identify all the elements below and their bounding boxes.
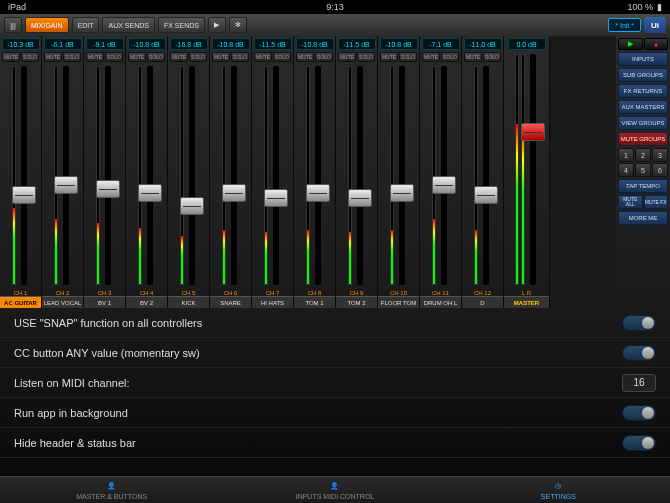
aux-sends-button[interactable]: AUX SENDS xyxy=(102,17,154,33)
fader-track[interactable] xyxy=(21,66,27,285)
fader-track[interactable] xyxy=(315,66,321,285)
group-num-3[interactable]: 3 xyxy=(652,148,668,162)
fader-track[interactable] xyxy=(441,66,447,285)
fader-knob[interactable] xyxy=(521,123,545,141)
tab-settings[interactable]: ◷ SETTINGS xyxy=(447,477,670,503)
sidebar-view-groups[interactable]: VIEW GROUPS xyxy=(618,116,668,130)
mute-button[interactable]: MUTE xyxy=(128,52,146,62)
fader-track[interactable] xyxy=(147,66,153,285)
fader-knob[interactable] xyxy=(474,186,498,204)
solo-button[interactable]: SOLO xyxy=(105,52,123,62)
fader-track[interactable] xyxy=(231,66,237,285)
settings-gear-button[interactable]: ✻ xyxy=(229,17,247,33)
transport-record[interactable]: ● xyxy=(644,38,669,50)
group-num-6[interactable]: 6 xyxy=(652,163,668,177)
solo-button[interactable]: SOLO xyxy=(189,52,207,62)
mix-gain-button[interactable]: MIX/GAIN xyxy=(25,17,69,33)
sidebar-sub-groups[interactable]: SUB GROUPS xyxy=(618,68,668,82)
solo-button[interactable]: SOLO xyxy=(63,52,81,62)
sidebar-aux-masters[interactable]: AUX MASTERS xyxy=(618,100,668,114)
fader-knob[interactable] xyxy=(180,197,204,215)
channel-label[interactable]: FLOOR TOM xyxy=(378,296,419,308)
toggle-switch[interactable] xyxy=(622,435,656,451)
preset-display[interactable]: * Init * xyxy=(608,18,641,32)
channel-label[interactable]: LEAD VOCAL xyxy=(42,296,83,308)
mute-button[interactable]: MUTE xyxy=(44,52,62,62)
mute-button[interactable]: MUTE xyxy=(86,52,104,62)
mute-button[interactable]: MUTE xyxy=(170,52,188,62)
fader-knob[interactable] xyxy=(96,180,120,198)
channel-label[interactable]: BV 2 xyxy=(126,296,167,308)
play-button[interactable]: ▶ xyxy=(208,17,226,33)
mute-fx-button[interactable]: MUTE FX xyxy=(644,195,669,209)
channel-label[interactable]: DRUM OH L xyxy=(420,296,461,308)
solo-button[interactable]: SOLO xyxy=(441,52,459,62)
solo-button[interactable]: SOLO xyxy=(483,52,501,62)
group-num-1[interactable]: 1 xyxy=(618,148,634,162)
mute-button[interactable]: MUTE xyxy=(254,52,272,62)
mute-button[interactable]: MUTE xyxy=(338,52,356,62)
fader-track[interactable] xyxy=(357,66,363,285)
person-icon: 👤 xyxy=(329,480,341,492)
toggle-switch[interactable] xyxy=(622,315,656,331)
channel-label[interactable]: HI HATS xyxy=(252,296,293,308)
toggle-switch[interactable] xyxy=(622,345,656,361)
db-display: -7.1 dB xyxy=(422,38,460,50)
fader-track[interactable] xyxy=(530,54,536,285)
channel-label[interactable]: AC GUITAR xyxy=(0,296,41,308)
channel-label[interactable]: TOM 1 xyxy=(294,296,335,308)
fader-track[interactable] xyxy=(273,66,279,285)
mute-button[interactable]: MUTE xyxy=(2,52,20,62)
solo-button[interactable]: SOLO xyxy=(315,52,333,62)
fader-knob[interactable] xyxy=(222,184,246,202)
transport-play[interactable]: ▶ xyxy=(618,38,643,50)
fader-track[interactable] xyxy=(483,66,489,285)
channel-label[interactable]: KICK xyxy=(168,296,209,308)
group-num-2[interactable]: 2 xyxy=(635,148,651,162)
mute-button[interactable]: MUTE xyxy=(296,52,314,62)
solo-button[interactable]: SOLO xyxy=(273,52,291,62)
fader-knob[interactable] xyxy=(348,189,372,207)
channel-label[interactable]: D xyxy=(462,296,503,308)
fader-knob[interactable] xyxy=(264,189,288,207)
sidebar-tap-tempo[interactable]: TAP TEMPO xyxy=(618,179,668,193)
channel-label[interactable]: TOM 2 xyxy=(336,296,377,308)
fader-knob[interactable] xyxy=(54,176,78,194)
mute-button[interactable]: MUTE xyxy=(212,52,230,62)
fader-track[interactable] xyxy=(63,66,69,285)
solo-button[interactable]: SOLO xyxy=(231,52,249,62)
fx-sends-button[interactable]: FX SENDS xyxy=(158,17,205,33)
solo-button[interactable]: SOLO xyxy=(21,52,39,62)
channel-label[interactable]: SNARE xyxy=(210,296,251,308)
mute-button[interactable]: MUTE xyxy=(464,52,482,62)
master-channel: 0.0 dBL RMASTER xyxy=(504,36,550,308)
channel-label[interactable]: MASTER xyxy=(504,296,549,308)
meters-button[interactable]: ||| xyxy=(4,17,22,33)
mute-button[interactable]: MUTE xyxy=(422,52,440,62)
solo-button[interactable]: SOLO xyxy=(147,52,165,62)
fader-track[interactable] xyxy=(189,66,195,285)
fader-knob[interactable] xyxy=(12,186,36,204)
value-field[interactable]: 16 xyxy=(622,374,656,392)
mute-all-button[interactable]: MUTE ALL xyxy=(618,195,643,209)
group-num-4[interactable]: 4 xyxy=(618,163,634,177)
sidebar-inputs[interactable]: INPUTS xyxy=(618,52,668,66)
sidebar-more-me[interactable]: MORE ME xyxy=(618,211,668,225)
fader-track[interactable] xyxy=(399,66,405,285)
edit-button[interactable]: EDIT xyxy=(72,17,100,33)
fader-knob[interactable] xyxy=(432,176,456,194)
sidebar-fx-returns[interactable]: FX RETURNS xyxy=(618,84,668,98)
mute-button[interactable]: MUTE xyxy=(380,52,398,62)
sidebar-mute-groups[interactable]: MUTE GROUPS xyxy=(618,132,668,146)
channel-label[interactable]: BV 1 xyxy=(84,296,125,308)
fader-knob[interactable] xyxy=(138,184,162,202)
fader-knob[interactable] xyxy=(306,184,330,202)
tab-inputs-midi[interactable]: 👤 INPUTS MIDI CONTROL xyxy=(223,477,446,503)
fader-knob[interactable] xyxy=(390,184,414,202)
fader-track[interactable] xyxy=(105,66,111,285)
group-num-5[interactable]: 5 xyxy=(635,163,651,177)
solo-button[interactable]: SOLO xyxy=(357,52,375,62)
toggle-switch[interactable] xyxy=(622,405,656,421)
tab-master-buttons[interactable]: 👤 MASTER & BUTTONS xyxy=(0,477,223,503)
solo-button[interactable]: SOLO xyxy=(399,52,417,62)
